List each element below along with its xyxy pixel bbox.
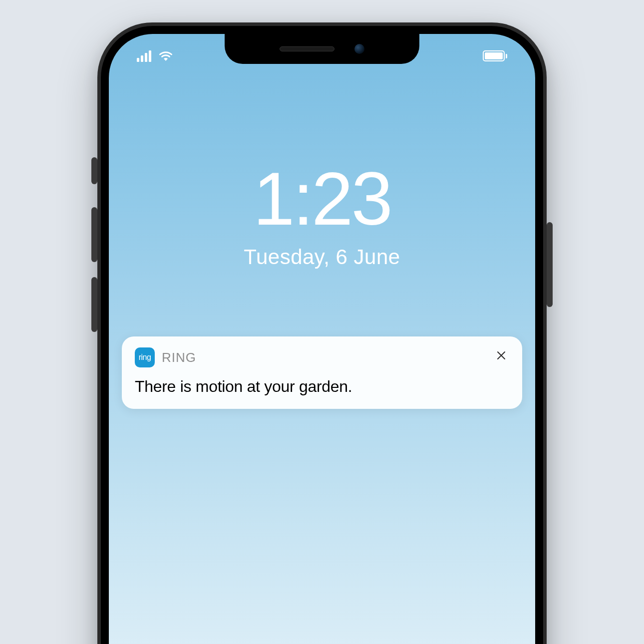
mute-switch[interactable] <box>91 157 97 184</box>
close-icon[interactable] <box>495 349 507 361</box>
cellular-signal-icon <box>137 50 151 62</box>
notch <box>225 34 419 64</box>
power-button[interactable] <box>547 222 553 307</box>
phone-bezel: 1:23 Tuesday, 6 June ring RING There is … <box>101 26 543 644</box>
volume-down-button[interactable] <box>91 277 97 332</box>
notification-card[interactable]: ring RING There is motion at your garden… <box>122 336 522 409</box>
notification-message: There is motion at your garden. <box>135 377 509 396</box>
ring-app-icon: ring <box>135 347 155 367</box>
lock-screen-clock: 1:23 Tuesday, 6 June <box>109 161 535 269</box>
earpiece-speaker <box>280 46 334 51</box>
notification-app-name: RING <box>162 350 196 365</box>
lock-screen-time: 1:23 <box>109 161 535 236</box>
front-camera <box>354 44 364 54</box>
lock-screen[interactable]: 1:23 Tuesday, 6 June ring RING There is … <box>109 34 535 644</box>
volume-up-button[interactable] <box>91 207 97 262</box>
phone-frame: 1:23 Tuesday, 6 June ring RING There is … <box>97 22 547 644</box>
status-left <box>137 50 173 62</box>
notification-header: ring RING <box>135 347 509 367</box>
wifi-icon <box>158 50 173 61</box>
battery-icon <box>483 50 507 61</box>
status-right <box>483 50 507 61</box>
lock-screen-date: Tuesday, 6 June <box>109 245 535 269</box>
